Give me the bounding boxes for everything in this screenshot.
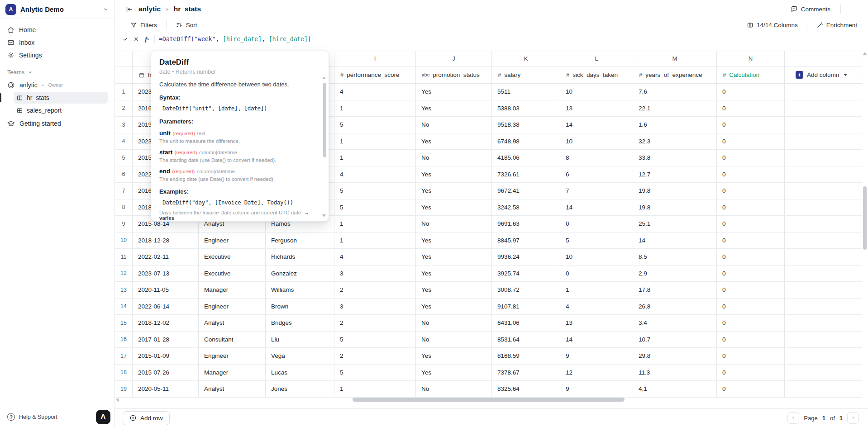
- cell[interactable]: 14: [633, 232, 717, 249]
- cell[interactable]: 10.7: [633, 332, 717, 348]
- cell[interactable]: No: [416, 150, 492, 166]
- column-header-sick_days_taken[interactable]: #sick_days_taken: [560, 66, 633, 83]
- cell[interactable]: Manager: [199, 365, 266, 381]
- sort-button[interactable]: Sort: [173, 21, 200, 29]
- cell[interactable]: 13: [560, 315, 633, 331]
- cell[interactable]: Lucas: [266, 365, 334, 381]
- assistant-launcher-button[interactable]: Λ: [96, 410, 110, 424]
- cell[interactable]: 2.9: [633, 266, 717, 282]
- column-letter[interactable]: I: [334, 51, 416, 66]
- cell[interactable]: 3008.72: [492, 282, 560, 298]
- cell[interactable]: 5: [334, 117, 416, 133]
- cell[interactable]: Yes: [416, 282, 492, 298]
- row-number[interactable]: 12: [115, 266, 133, 282]
- cell[interactable]: 0: [717, 315, 785, 331]
- cell[interactable]: 0: [717, 84, 785, 100]
- cell[interactable]: 1: [334, 216, 416, 232]
- row-number[interactable]: 16: [115, 332, 133, 348]
- sidebar-item-home[interactable]: Home: [5, 24, 110, 36]
- cell[interactable]: 11.3: [633, 365, 717, 381]
- cell[interactable]: 1: [334, 232, 416, 249]
- cell[interactable]: 9672.41: [492, 183, 560, 199]
- row-number[interactable]: 7: [115, 183, 133, 199]
- cell[interactable]: Gonzalez: [266, 266, 334, 282]
- cell[interactable]: 19.8: [633, 199, 717, 216]
- cell[interactable]: 3: [334, 299, 416, 315]
- row-number[interactable]: 11: [115, 249, 133, 265]
- row-number[interactable]: 19: [115, 381, 133, 397]
- cell[interactable]: 0: [717, 365, 785, 381]
- cell[interactable]: 9: [560, 381, 633, 397]
- cell[interactable]: Yes: [416, 100, 492, 117]
- cell[interactable]: 6748.98: [492, 133, 560, 150]
- cell[interactable]: 22.1: [633, 100, 717, 117]
- cell[interactable]: 5388.03: [492, 100, 560, 117]
- columns-button[interactable]: 14/14 Columns: [744, 21, 801, 29]
- cell[interactable]: 26.8: [633, 299, 717, 315]
- column-header-performance_score[interactable]: #performance_score: [334, 66, 416, 83]
- cell[interactable]: 12.7: [633, 166, 717, 183]
- cell[interactable]: 6: [560, 166, 633, 183]
- cell[interactable]: 0: [717, 216, 785, 232]
- cell[interactable]: Executive: [199, 266, 266, 282]
- cell[interactable]: 0: [717, 166, 785, 183]
- cell[interactable]: 3: [334, 266, 416, 282]
- cell[interactable]: 1: [560, 282, 633, 298]
- cell[interactable]: 2015-07-26: [133, 365, 199, 381]
- cell[interactable]: Manager: [199, 282, 266, 298]
- cell[interactable]: Analyst: [199, 315, 266, 331]
- column-letter[interactable]: L: [560, 51, 633, 66]
- column-letter[interactable]: J: [416, 51, 492, 66]
- cancel-formula-button[interactable]: [131, 36, 142, 43]
- cell[interactable]: 19.8: [633, 183, 717, 199]
- cell[interactable]: 1: [334, 381, 416, 397]
- cell[interactable]: 7.6: [633, 84, 717, 100]
- row-number[interactable]: 13: [115, 282, 133, 298]
- cell[interactable]: 2: [334, 315, 416, 331]
- cell[interactable]: Yes: [416, 84, 492, 100]
- cell[interactable]: 0: [717, 150, 785, 166]
- cell[interactable]: 0: [717, 117, 785, 133]
- sidebar-item-team-anlytic[interactable]: anlytic • Owner: [5, 79, 110, 91]
- cell[interactable]: Yes: [416, 266, 492, 282]
- cell[interactable]: 7326.61: [492, 166, 560, 183]
- cell[interactable]: Bridges: [266, 315, 334, 331]
- cell[interactable]: No: [416, 381, 492, 397]
- cell[interactable]: Vega: [266, 348, 334, 364]
- cell[interactable]: Yes: [416, 166, 492, 183]
- cell[interactable]: 4: [334, 84, 416, 100]
- cell[interactable]: Richards: [266, 249, 334, 265]
- cell[interactable]: 2015-01-09: [133, 348, 199, 364]
- cell[interactable]: 5: [560, 232, 633, 249]
- cell[interactable]: 7378.67: [492, 365, 560, 381]
- cell[interactable]: 0: [717, 381, 785, 397]
- help-support-button[interactable]: ? Help & Support: [7, 413, 57, 421]
- cell[interactable]: 0: [560, 266, 633, 282]
- cell[interactable]: 8.5: [633, 249, 717, 265]
- cell[interactable]: Ferguson: [266, 232, 334, 249]
- cell[interactable]: Brown: [266, 299, 334, 315]
- cell[interactable]: No: [416, 332, 492, 348]
- cell[interactable]: 9936.24: [492, 249, 560, 265]
- teams-section-toggle[interactable]: Teams: [7, 69, 107, 76]
- cell[interactable]: 0: [717, 348, 785, 364]
- back-icon[interactable]: [125, 5, 133, 13]
- cell[interactable]: Yes: [416, 299, 492, 315]
- cell[interactable]: 2018-12-02: [133, 315, 199, 331]
- popup-scroll-up-arrow[interactable]: [322, 76, 326, 79]
- filters-button[interactable]: Filters: [128, 21, 160, 29]
- cell[interactable]: 2018-12-28: [133, 232, 199, 249]
- cell[interactable]: 29.8: [633, 348, 717, 364]
- cell[interactable]: Executive: [199, 249, 266, 265]
- cell[interactable]: Engineer: [199, 232, 266, 249]
- cell[interactable]: Yes: [416, 249, 492, 265]
- cell[interactable]: 0: [717, 249, 785, 265]
- cell[interactable]: No: [416, 117, 492, 133]
- cell[interactable]: Liu: [266, 332, 334, 348]
- cell[interactable]: No: [416, 315, 492, 331]
- column-header-promotion_status[interactable]: abcpromotion_status: [416, 66, 492, 83]
- comments-button[interactable]: Comments: [788, 5, 833, 13]
- cell[interactable]: 2022-06-14: [133, 299, 199, 315]
- cell[interactable]: 3.4: [633, 315, 717, 331]
- row-number[interactable]: 5: [115, 150, 133, 166]
